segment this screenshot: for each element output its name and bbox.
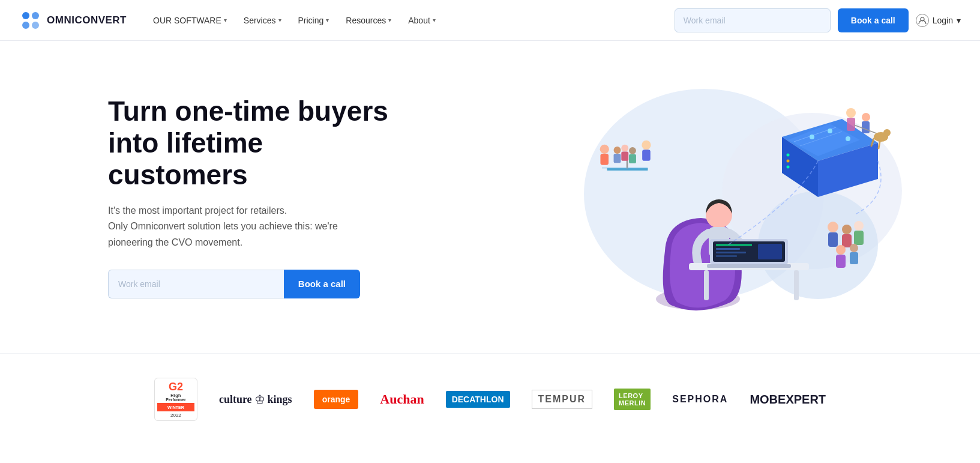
svg-rect-13 xyxy=(716,244,752,246)
logo-icon xyxy=(19,9,42,32)
hero-illustration xyxy=(572,77,908,317)
cvo-section: We're pioneering the #CVO Movement xyxy=(0,445,980,463)
svg-point-38 xyxy=(614,147,621,154)
brand-orange: orange xyxy=(314,390,359,409)
svg-rect-56 xyxy=(842,234,852,247)
svg-point-57 xyxy=(854,221,864,231)
hero-book-call-button[interactable]: Book a call xyxy=(284,270,360,298)
nav-items: OUR SOFTWARE ▾ Services ▾ Pricing ▾ Reso… xyxy=(146,11,443,30)
chevron-down-icon: ▾ xyxy=(388,17,391,23)
chevron-down-icon: ▾ xyxy=(278,17,281,23)
svg-rect-54 xyxy=(828,232,838,247)
nav-item-software[interactable]: OUR SOFTWARE ▾ xyxy=(146,11,234,30)
logo[interactable]: OMNICONVERT xyxy=(19,9,127,32)
svg-point-34 xyxy=(600,145,609,154)
nav-item-pricing[interactable]: Pricing ▾ xyxy=(291,11,337,30)
svg-point-44 xyxy=(846,108,856,118)
svg-point-36 xyxy=(642,141,651,150)
svg-rect-41 xyxy=(614,154,621,163)
svg-point-0 xyxy=(22,12,29,19)
brand-g2: G2 High Performer WINTER 2022 xyxy=(154,378,197,421)
nav-item-resources[interactable]: Resources ▾ xyxy=(338,11,398,30)
hero-svg-illustration xyxy=(572,77,908,317)
svg-rect-18 xyxy=(707,264,791,268)
nav-book-call-button[interactable]: Book a call xyxy=(838,8,909,32)
hero-content: Turn one-time buyers into lifetime custo… xyxy=(108,95,396,298)
svg-point-26 xyxy=(828,129,832,133)
nav-item-about[interactable]: About ▾ xyxy=(401,11,443,30)
svg-point-25 xyxy=(810,135,814,139)
svg-point-3 xyxy=(32,22,39,29)
svg-rect-16 xyxy=(716,255,737,257)
hero-title: Turn one-time buyers into lifetime custo… xyxy=(108,95,396,191)
svg-point-39 xyxy=(621,145,628,152)
brand-leroy-merlin: LEROYMERLIN xyxy=(614,389,651,410)
chevron-down-icon: ▾ xyxy=(224,17,227,23)
svg-rect-37 xyxy=(642,150,651,161)
svg-rect-45 xyxy=(847,118,855,131)
svg-rect-14 xyxy=(716,248,740,250)
svg-rect-60 xyxy=(836,255,846,268)
svg-rect-35 xyxy=(600,154,609,165)
svg-rect-47 xyxy=(862,121,870,133)
svg-point-55 xyxy=(842,225,852,234)
svg-rect-62 xyxy=(850,252,858,264)
brand-sephora: SEPHORA xyxy=(672,394,728,405)
svg-point-53 xyxy=(828,222,838,232)
nav-left: OMNICONVERT OUR SOFTWARE ▾ Services ▾ Pr… xyxy=(19,9,443,32)
svg-point-61 xyxy=(850,244,858,252)
nav-item-services[interactable]: Services ▾ xyxy=(236,11,289,30)
svg-rect-9 xyxy=(704,270,709,300)
brand-tempur: TEMPUR xyxy=(532,390,593,409)
hero-section: Turn one-time buyers into lifetime custo… xyxy=(0,41,980,353)
svg-point-46 xyxy=(862,113,870,121)
brand-culture-kings: culture ♔ kings xyxy=(219,392,292,407)
navbar: OMNICONVERT OUR SOFTWARE ▾ Services ▾ Pr… xyxy=(0,0,980,41)
hero-subtitle: It's the most important project for reta… xyxy=(108,203,396,250)
logo-text: OMNICONVERT xyxy=(47,14,127,26)
nav-right: Book a call Login ▾ xyxy=(675,8,961,32)
svg-rect-42 xyxy=(621,152,628,161)
svg-point-27 xyxy=(846,136,850,141)
svg-point-1 xyxy=(32,12,39,19)
hero-email-input[interactable] xyxy=(108,270,284,298)
brand-auchan: Auchan xyxy=(380,392,424,407)
svg-point-30 xyxy=(787,166,790,169)
svg-rect-10 xyxy=(794,270,799,300)
svg-point-40 xyxy=(629,147,636,154)
svg-rect-58 xyxy=(854,231,864,245)
brand-decathlon: DECATHLON xyxy=(446,391,510,408)
svg-rect-17 xyxy=(758,244,782,259)
nav-email-input[interactable] xyxy=(675,8,831,32)
chevron-down-icon: ▾ xyxy=(957,16,961,25)
svg-rect-43 xyxy=(629,154,636,163)
svg-rect-15 xyxy=(716,252,746,253)
svg-point-59 xyxy=(836,245,846,255)
svg-point-50 xyxy=(883,129,891,136)
nav-login[interactable]: Login ▾ xyxy=(916,14,961,27)
brand-mobexpert: MOBEXPERT xyxy=(750,393,826,407)
svg-point-28 xyxy=(787,154,790,157)
brands-section: G2 High Performer WINTER 2022 culture ♔ … xyxy=(0,353,980,445)
svg-point-29 xyxy=(787,160,790,163)
hero-cta: Book a call xyxy=(108,270,360,298)
svg-point-2 xyxy=(22,22,29,29)
chevron-down-icon: ▾ xyxy=(326,17,329,23)
svg-line-52 xyxy=(879,142,880,148)
user-icon xyxy=(916,14,929,27)
chevron-down-icon: ▾ xyxy=(433,17,436,23)
